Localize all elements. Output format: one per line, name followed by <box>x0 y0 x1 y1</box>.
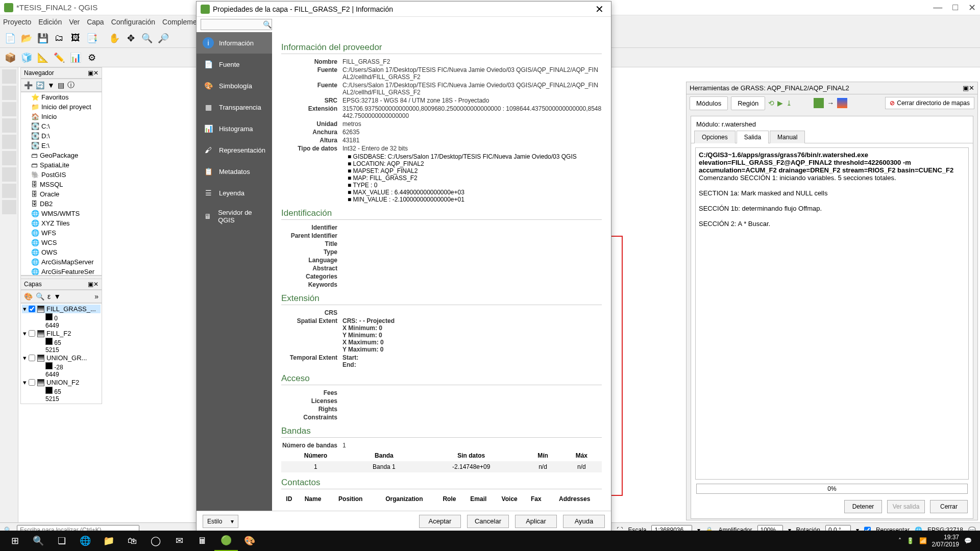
side-item-informacion[interactable]: iInformación <box>197 32 272 54</box>
subtab-manual[interactable]: Manual <box>770 131 805 143</box>
tab-modulos[interactable]: Módulos <box>690 96 728 110</box>
close-map-dir-button[interactable]: ⊘Cerrar directorio de mapas <box>885 97 974 109</box>
new-project-button[interactable]: 📄 <box>3 31 17 45</box>
menu-edicion[interactable]: Edición <box>38 18 62 26</box>
menu-configuracion[interactable]: Configuración <box>111 18 155 26</box>
side-item-metadatos[interactable]: 📋Metadatos <box>197 161 272 182</box>
grass-nav-icon[interactable]: ▶ <box>777 99 783 107</box>
dock-icon[interactable]: ▣ <box>88 69 93 77</box>
close-panel-icon[interactable]: ✕ <box>93 69 99 77</box>
cerrar-button[interactable]: Cerrar <box>930 500 968 513</box>
menu-ver[interactable]: Ver <box>69 18 80 26</box>
ver-salida-button[interactable]: Ver salida <box>887 500 925 513</box>
dialog-search-input[interactable] <box>201 19 272 30</box>
side-item-fuente[interactable]: 📄Fuente <box>197 54 272 75</box>
grass-nav-icon[interactable]: ⤓ <box>786 99 792 107</box>
task-view-button[interactable]: ❏ <box>50 531 74 551</box>
grass-vector-icon[interactable] <box>837 98 847 108</box>
wms-icon[interactable] <box>2 167 16 182</box>
raster-layer-icon[interactable] <box>2 86 16 100</box>
side-item-representacion[interactable]: 🖌Representación <box>197 139 272 161</box>
filter2-icon[interactable]: ▼ <box>54 292 61 300</box>
aplicar-button[interactable]: Aplicar <box>515 515 557 528</box>
system-tray[interactable]: ˄ 🔋 📶 19:37 2/07/2019 💬 <box>898 534 977 548</box>
spatialite-icon[interactable] <box>2 135 16 149</box>
start-button[interactable]: ⊞ <box>3 531 27 551</box>
layer-checkbox[interactable] <box>29 306 35 312</box>
virtual-layer-icon[interactable] <box>2 184 16 198</box>
zoom-out-button[interactable]: 🔎 <box>156 31 170 45</box>
calculator-icon[interactable]: 🖩 <box>191 531 214 551</box>
tool-button[interactable]: 📊 <box>68 51 83 65</box>
layout-button[interactable]: 🖼 <box>68 31 83 45</box>
refresh-icon[interactable]: 🔄 <box>36 81 44 89</box>
delimited-text-icon[interactable] <box>2 118 16 133</box>
aceptar-button[interactable]: Aceptar <box>419 515 461 528</box>
zoom-in-button[interactable]: 🔍 <box>140 31 154 45</box>
tray-up-icon[interactable]: ˄ <box>898 537 901 544</box>
side-item-simbologia[interactable]: 🎨Simbología <box>197 75 272 96</box>
menu-proyecto[interactable]: Proyecto <box>3 18 31 26</box>
postgis-icon[interactable] <box>2 151 16 165</box>
taskbar-clock[interactable]: 19:37 2/07/2019 <box>932 534 959 548</box>
tool-button[interactable]: ✏️ <box>52 51 66 65</box>
dialog-close-button[interactable]: ✕ <box>592 3 607 15</box>
mail-icon[interactable]: ✉ <box>167 531 191 551</box>
explorer-icon[interactable]: 📁 <box>97 531 120 551</box>
layer-checkbox[interactable] <box>29 330 35 337</box>
layer-checkbox[interactable] <box>29 379 35 386</box>
maximize-button[interactable]: □ <box>952 2 958 13</box>
search-button[interactable]: 🔍 <box>27 531 50 551</box>
filter-icon[interactable]: ▼ <box>47 81 55 89</box>
close-panel-icon[interactable]: ✕ <box>969 84 974 92</box>
pan-button[interactable]: ✋ <box>107 31 121 45</box>
close-button[interactable]: ✕ <box>968 2 976 13</box>
menu-capa[interactable]: Capa <box>87 18 104 26</box>
paint-icon[interactable]: 🎨 <box>238 531 261 551</box>
tab-region[interactable]: Región <box>731 96 765 110</box>
side-item-servidor[interactable]: 🖥Servidor de QGIS <box>197 204 272 229</box>
browser-tree[interactable]: ⭐Favoritos 📁Inicio del proyect 🏠Inicio 💽… <box>20 92 102 276</box>
side-item-histograma[interactable]: 📊Histograma <box>197 118 272 139</box>
layers-tree[interactable]: ▾FILL_GRASS_... 0 6449 ▾FILL_F2 65 5215 … <box>20 303 102 404</box>
dialog-content[interactable]: Información del proveedor NombreFILL_GRA… <box>272 32 611 511</box>
add-layer-icon[interactable]: ➕ <box>24 81 33 89</box>
notifications-icon[interactable]: 💬 <box>964 537 972 544</box>
open-project-button[interactable]: 📂 <box>19 31 34 45</box>
wifi-icon[interactable]: 📶 <box>919 537 927 544</box>
layer-checkbox[interactable] <box>29 355 35 361</box>
minimize-button[interactable]: — <box>933 2 942 13</box>
grass-raster-icon[interactable] <box>814 98 824 108</box>
edge-icon[interactable]: 🌐 <box>74 531 97 551</box>
tool-button[interactable]: 📦 <box>3 51 17 65</box>
dock-icon[interactable]: ▣ <box>963 84 969 92</box>
tool-button[interactable]: ⚙ <box>85 51 99 65</box>
qgis-taskbar-icon[interactable]: 🟢 <box>214 531 238 551</box>
side-item-transparencia[interactable]: ▦Transparencia <box>197 96 272 118</box>
subtab-opciones[interactable]: Opciones <box>694 131 736 143</box>
pan-selection-button[interactable]: ✥ <box>124 31 138 45</box>
save-project-button[interactable]: 💾 <box>36 31 50 45</box>
cortana-icon[interactable]: ◯ <box>144 531 167 551</box>
filter-icon[interactable]: 🔍 <box>36 292 44 300</box>
style-icon[interactable]: 🎨 <box>24 292 33 300</box>
side-item-leyenda[interactable]: ☰Leyenda <box>197 182 272 204</box>
more-button[interactable]: » <box>94 292 99 300</box>
expr-icon[interactable]: ε <box>47 292 51 300</box>
layout-manager-button[interactable]: 📑 <box>85 31 99 45</box>
properties-icon[interactable]: ⓘ <box>67 81 75 90</box>
subtab-salida[interactable]: Salida <box>737 131 769 143</box>
tool-button[interactable]: 🧊 <box>19 51 34 65</box>
save-as-button[interactable]: 🗂 <box>52 31 66 45</box>
collapse-icon[interactable]: ▤ <box>58 81 64 89</box>
mesh-layer-icon[interactable] <box>2 102 16 116</box>
dock-icon[interactable]: ▣ <box>88 281 93 288</box>
battery-icon[interactable]: 🔋 <box>906 537 914 544</box>
wfs-icon[interactable] <box>2 200 16 214</box>
style-dropdown[interactable]: Estilo▾ <box>203 515 238 528</box>
store-icon[interactable]: 🛍 <box>120 531 144 551</box>
cancelar-button[interactable]: Cancelar <box>467 515 509 528</box>
detener-button[interactable]: Detener <box>844 500 882 513</box>
grass-nav-icon[interactable]: ⟲ <box>768 99 774 107</box>
ayuda-button[interactable]: Ayuda <box>563 515 605 528</box>
